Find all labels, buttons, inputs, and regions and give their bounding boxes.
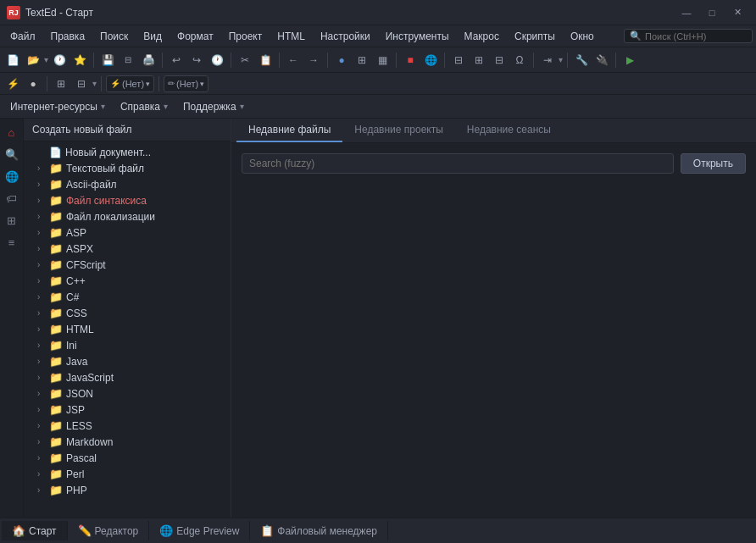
toolbar-sep-4	[279, 53, 280, 68]
menu-macro[interactable]: Макрос	[458, 29, 506, 44]
tree-label-html: HTML	[66, 324, 94, 335]
tree-item-json[interactable]: › 📁 JSON	[24, 385, 231, 402]
sidebar-icon-grid[interactable]: ⊞	[2, 210, 22, 230]
folder-icon-syntax: 📁	[49, 194, 63, 207]
sidebar-icon-search[interactable]: 🔍	[2, 144, 22, 164]
back-button[interactable]: ←	[284, 51, 303, 69]
lightning-button[interactable]: ⚡	[3, 75, 22, 93]
undo-button[interactable]: ↩	[167, 51, 186, 69]
tree-item-ascii[interactable]: › 📁 Ascii-файл	[24, 176, 231, 192]
tree-item-cfscript[interactable]: › 📁 CFScript	[24, 257, 231, 273]
bottom-tab-file-manager[interactable]: 📋 Файловый менеджер	[250, 521, 388, 540]
menu-search-box[interactable]: 🔍	[624, 29, 753, 43]
save-button[interactable]: 💾	[98, 51, 117, 69]
save-all-button[interactable]: ⊟	[119, 51, 137, 69]
editor-tab-icon: ✏️	[78, 524, 92, 537]
tree-item-text-file[interactable]: › 📁 Текстовый файл	[24, 160, 231, 176]
no-dropdown-2[interactable]: ✏ (Нет) ▾	[164, 75, 208, 92]
stop2-button[interactable]: ●	[24, 75, 42, 93]
minimize-button[interactable]: —	[675, 4, 698, 21]
layout2-button[interactable]: ⊞	[470, 51, 488, 69]
copy-button[interactable]: 📋	[256, 51, 275, 69]
list-button[interactable]: ⊞	[52, 75, 70, 93]
plugin-button[interactable]: 🔌	[592, 51, 611, 69]
list2-button[interactable]: ⊟	[72, 75, 91, 93]
tree-item-csharp[interactable]: › 📁 C#	[24, 289, 231, 305]
sidebar-icon-home[interactable]: ⌂	[2, 122, 22, 142]
layout3-button[interactable]: ⊟	[490, 51, 509, 69]
tree-item-asp[interactable]: › 📁 ASP	[24, 224, 231, 241]
blocks-button[interactable]: ⊞	[353, 51, 371, 69]
sidebar-icon-globe[interactable]: 🌐	[2, 166, 22, 186]
close-button[interactable]: ✕	[725, 4, 749, 21]
grid-button[interactable]: ▦	[373, 51, 392, 69]
indent-button[interactable]: ⇥	[538, 51, 557, 69]
toolbar-sep-9	[567, 53, 568, 68]
print-button[interactable]: 🖨️	[139, 51, 158, 69]
bottom-tab-edge-preview[interactable]: 🌐 Edge Preview	[149, 521, 250, 540]
tree-item-new-doc[interactable]: 📄 Новый документ...	[24, 145, 231, 160]
tab-recent-files[interactable]: Недавние файлы	[236, 119, 342, 142]
layout1-button[interactable]: ⊟	[449, 51, 468, 69]
tree-item-java[interactable]: › 📁 Java	[24, 353, 231, 369]
tree-item-javascript[interactable]: › 📁 JavaScript	[24, 369, 231, 385]
open-file-button[interactable]: 📂	[24, 51, 42, 69]
tab-recent-sessions[interactable]: Недавние сеансы	[455, 119, 563, 142]
tree-item-aspx[interactable]: › 📁 ASPX	[24, 241, 231, 257]
stop-button[interactable]: ■	[401, 51, 420, 69]
arrow-php: ›	[37, 485, 46, 495]
bottom-tab-editor[interactable]: ✏️ Редактор	[68, 521, 150, 540]
globe-button[interactable]: 🌐	[421, 51, 440, 69]
nav-support[interactable]: Поддержка ▾	[178, 99, 249, 114]
clock-button[interactable]: 🕐	[208, 51, 226, 69]
menu-edit[interactable]: Правка	[44, 29, 92, 44]
toolbar-sep-6	[396, 53, 397, 68]
omega-button[interactable]: Ω	[510, 51, 529, 69]
tree-item-pascal[interactable]: › 📁 Pascal	[24, 450, 231, 466]
maximize-button[interactable]: □	[700, 4, 724, 21]
new-file-button[interactable]: 📄	[3, 51, 22, 69]
menu-view[interactable]: Вид	[136, 29, 169, 44]
tree-item-markdown[interactable]: › 📁 Markdown	[24, 434, 231, 450]
tree-item-locale[interactable]: › 📁 Файл локализации	[24, 208, 231, 224]
play-button[interactable]: ▶	[620, 51, 639, 69]
forward-button[interactable]: →	[304, 51, 323, 69]
edge-tab-label: Edge Preview	[176, 525, 239, 537]
run-button[interactable]: ●	[332, 51, 351, 69]
recent-button[interactable]: 🕐	[50, 51, 69, 69]
tree-item-ini[interactable]: › 📁 Ini	[24, 337, 231, 353]
folder-icon-javascript: 📁	[49, 371, 63, 384]
cut-button[interactable]: ✂	[236, 51, 254, 69]
tree-item-jsp[interactable]: › 📁 JSP	[24, 402, 231, 418]
menu-project[interactable]: Проект	[222, 29, 270, 44]
tree-item-php[interactable]: › 📁 PHP	[24, 482, 231, 498]
nav-internet-resources[interactable]: Интернет-ресурсы ▾	[5, 99, 110, 114]
menu-search-input[interactable]	[645, 31, 747, 42]
tree-item-perl[interactable]: › 📁 Perl	[24, 466, 231, 482]
menu-scripts[interactable]: Скрипты	[508, 29, 562, 44]
menu-search[interactable]: Поиск	[93, 29, 135, 44]
star-button[interactable]: ⭐	[70, 51, 89, 69]
sidebar-icon-tag[interactable]: 🏷	[2, 188, 22, 208]
open-button[interactable]: Открыть	[681, 153, 746, 174]
bottom-tab-start[interactable]: 🏠 Старт	[2, 521, 68, 540]
tab-recent-projects[interactable]: Недавние проекты	[342, 119, 455, 142]
menu-tools[interactable]: Инструменты	[379, 29, 456, 44]
menu-file[interactable]: Файл	[3, 29, 42, 44]
wrench-button[interactable]: 🔧	[572, 51, 591, 69]
tree-item-cpp[interactable]: › 📁 C++	[24, 273, 231, 289]
sidebar-icon-list[interactable]: ≡	[2, 232, 22, 252]
tree-item-syntax[interactable]: › 📁 Файл синтаксиса	[24, 192, 231, 208]
tree-item-less[interactable]: › 📁 LESS	[24, 418, 231, 434]
redo-button[interactable]: ↪	[187, 51, 206, 69]
menu-settings[interactable]: Настройки	[314, 29, 377, 44]
fuzzy-search-input[interactable]	[242, 153, 674, 174]
menu-format[interactable]: Формат	[170, 29, 220, 44]
tree-label-perl: Perl	[66, 468, 84, 480]
nav-help[interactable]: Справка ▾	[115, 99, 173, 114]
tree-item-html[interactable]: › 📁 HTML	[24, 321, 231, 337]
menu-window[interactable]: Окно	[564, 29, 601, 44]
menu-html[interactable]: HTML	[270, 29, 312, 44]
no-dropdown-1[interactable]: ⚡ (Нет) ▾	[106, 75, 154, 92]
tree-item-css[interactable]: › 📁 CSS	[24, 305, 231, 321]
